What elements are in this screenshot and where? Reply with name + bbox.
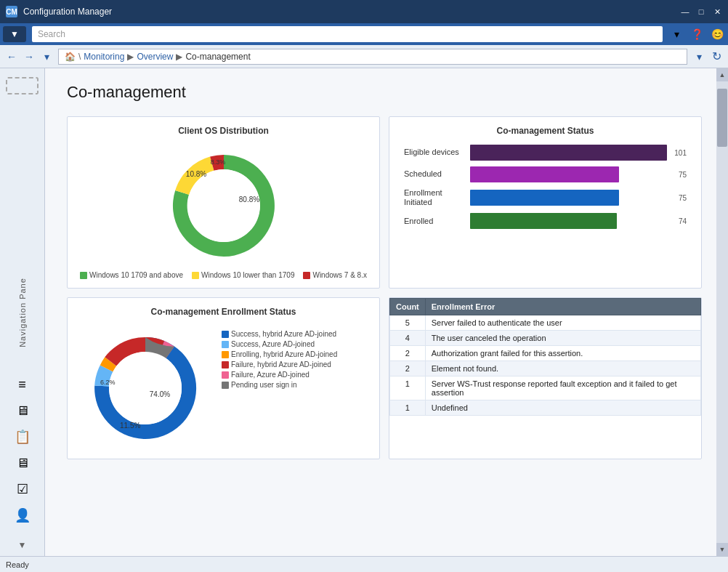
legend-win7: Windows 7 & 8.x — [303, 271, 366, 279]
legend-win10-below: Windows 10 lower than 1709 — [192, 271, 294, 279]
bar-enrolled: Enrolled 74 — [404, 213, 687, 229]
maximize-button[interactable]: □ — [696, 7, 706, 17]
refresh-button[interactable]: ↻ — [708, 48, 725, 65]
bar-enrollment-fill — [470, 190, 619, 206]
client-os-chart-card: Client OS Distribution — [67, 116, 380, 289]
nav-path-dropdown[interactable]: ▾ — [690, 48, 708, 65]
enrollment-status-card: Co-management Enrollment Status — [67, 297, 380, 459]
legend-success-hybrid: Success, hybrid Azure AD-joined — [222, 330, 337, 338]
right-scrollbar[interactable]: ▲ ▼ — [716, 68, 728, 556]
window-controls: — □ ✕ — [680, 7, 722, 17]
minimize-button[interactable]: — — [680, 7, 690, 17]
bar-eligible-value: 101 — [674, 149, 687, 157]
error-msg-6: Undefined — [425, 400, 700, 416]
bar-enrollment-value: 75 — [679, 194, 687, 202]
error-count-6: 1 — [390, 400, 426, 416]
search-bar[interactable]: Search — [32, 26, 663, 42]
sidebar-icon-tasks[interactable]: ☑ — [9, 478, 36, 501]
scroll-up-button[interactable]: ▲ — [716, 68, 728, 81]
enrollment-errors-table: Count Enrollment Error 5 Server failed t… — [389, 298, 701, 416]
client-os-donut-svg: 80.8% 10.8% 8.3% — [151, 142, 296, 265]
content-area: Co-management Client OS Distribution — [45, 68, 716, 556]
menu-icons: ▾ ❓ 😊 — [668, 26, 725, 42]
nav-expand-button[interactable]: ▾ — [38, 48, 55, 65]
bar-scheduled-fill — [470, 166, 619, 182]
legend-win10-above: Windows 10 1709 and above — [80, 271, 183, 279]
table-row: 1 Undefined — [390, 400, 701, 416]
legend-failure-azure: Failure, Azure AD-joined — [222, 371, 337, 379]
nav-overview[interactable]: Overview — [137, 52, 173, 62]
bar-scheduled: Scheduled 75 — [404, 166, 687, 182]
enrollment-errors-card: Count Enrollment Error 5 Server failed t… — [389, 297, 702, 459]
forward-button[interactable]: → — [20, 48, 38, 65]
client-os-chart-title: Client OS Distribution — [76, 126, 371, 136]
svg-text:74.0%: 74.0% — [150, 390, 170, 398]
error-msg-2: The user canceled the operation — [425, 331, 700, 346]
dropdown-arrow-icon[interactable]: ▾ — [668, 26, 684, 42]
sidebar-icon-monitor[interactable]: 🖥 — [9, 451, 36, 475]
bar-enrolled-track — [470, 213, 671, 229]
table-row: 1 Server WS-Trust response reported faul… — [390, 376, 701, 400]
scroll-thumb[interactable] — [717, 89, 727, 147]
app-icon: CM — [6, 6, 17, 17]
error-msg-4: Element not found. — [425, 361, 700, 376]
user-icon[interactable]: 😊 — [709, 26, 725, 42]
svg-point-0 — [187, 169, 260, 242]
nav-path: 🏠 \ Monitoring ▶ Overview ▶ Co-managemen… — [58, 49, 687, 65]
bar-enrollment-track — [470, 190, 671, 206]
nav-icon: 🏠 — [65, 52, 76, 62]
error-msg-5: Server WS-Trust response reported fault … — [425, 376, 700, 400]
legend-win10-above-label: Windows 10 1709 and above — [89, 271, 183, 279]
bar-eligible-fill — [470, 145, 667, 161]
sidebar-expand-button[interactable]: ▼ — [18, 540, 27, 550]
comanagement-status-card: Co-management Status Eligible devices 10… — [389, 116, 702, 289]
title-bar: CM Configuration Manager — □ ✕ — [0, 0, 728, 23]
menu-dropdown[interactable]: ▼ — [3, 26, 26, 42]
left-sidebar: Navigation Pane ≡ 🖥 📋 🖥 ☑ 👤 ▼ — [0, 68, 45, 556]
sidebar-icon-computer[interactable]: 🖥 — [9, 399, 36, 422]
svg-text:11.5%: 11.5% — [120, 422, 140, 430]
error-count-4: 2 — [390, 361, 426, 376]
table-header-count: Count — [390, 299, 426, 315]
enrollment-bottom: 74.0% 6.2% 11.5% Success, hybrid Azure A… — [76, 323, 371, 450]
bar-eligible: Eligible devices 101 — [404, 145, 687, 161]
scroll-down-button[interactable]: ▼ — [716, 543, 728, 556]
error-count-2: 4 — [390, 331, 426, 346]
client-os-legend: Windows 10 1709 and above Windows 10 low… — [80, 271, 367, 279]
enrollment-donut-svg: 74.0% 6.2% 11.5% — [76, 323, 214, 450]
legend-success-azure: Success, Azure AD-joined — [222, 340, 337, 348]
legend-enrolling-hybrid: Enrolling, hybrid Azure AD-joined — [222, 350, 337, 358]
bar-enrolled-fill — [470, 213, 617, 229]
error-count-1: 5 — [390, 315, 426, 331]
client-os-donut-container: 80.8% 10.8% 8.3% Windows 10 1709 and abo… — [76, 142, 371, 279]
menu-arrow-icon: ▼ — [10, 29, 19, 39]
status-text: Ready — [6, 560, 29, 569]
legend-success-hybrid-label: Success, hybrid Azure AD-joined — [231, 330, 336, 338]
nav-bar: ← → ▾ 🏠 \ Monitoring ▶ Overview ▶ Co-man… — [0, 45, 728, 68]
sidebar-icon-reports[interactable]: 📋 — [9, 425, 36, 448]
search-placeholder: Search — [38, 29, 65, 39]
bar-enrolled-label: Enrolled — [404, 217, 466, 226]
nav-comanagement[interactable]: Co-management — [185, 52, 250, 62]
comanagement-status-title: Co-management Status — [398, 126, 692, 136]
bar-enrollment-initiated: EnrollmentInitiated 75 — [404, 188, 687, 207]
help-icon[interactable]: ❓ — [689, 26, 705, 42]
svg-text:10.8%: 10.8% — [185, 170, 206, 178]
svg-text:6.2%: 6.2% — [100, 379, 116, 386]
navigation-pane-label: Navigation Pane — [18, 278, 27, 347]
legend-success-azure-label: Success, Azure AD-joined — [231, 340, 315, 348]
back-button[interactable]: ← — [3, 48, 20, 65]
sidebar-dashed-area — [6, 77, 39, 94]
legend-win7-label: Windows 7 & 8.x — [312, 271, 366, 279]
error-count-3: 2 — [390, 346, 426, 361]
scroll-track[interactable] — [716, 81, 728, 543]
sidebar-icon-menu[interactable]: ≡ — [9, 373, 36, 396]
table-row: 5 Server failed to authenticate the user — [390, 315, 701, 331]
bar-enrollment-label: EnrollmentInitiated — [404, 188, 466, 207]
sidebar-icon-user[interactable]: 👤 — [9, 504, 36, 527]
svg-text:8.3%: 8.3% — [210, 158, 225, 166]
table-row: 2 Element not found. — [390, 361, 701, 376]
error-msg-1: Server failed to authenticate the user — [425, 315, 700, 331]
nav-monitoring[interactable]: Monitoring — [84, 52, 124, 62]
close-button[interactable]: ✕ — [712, 7, 722, 17]
